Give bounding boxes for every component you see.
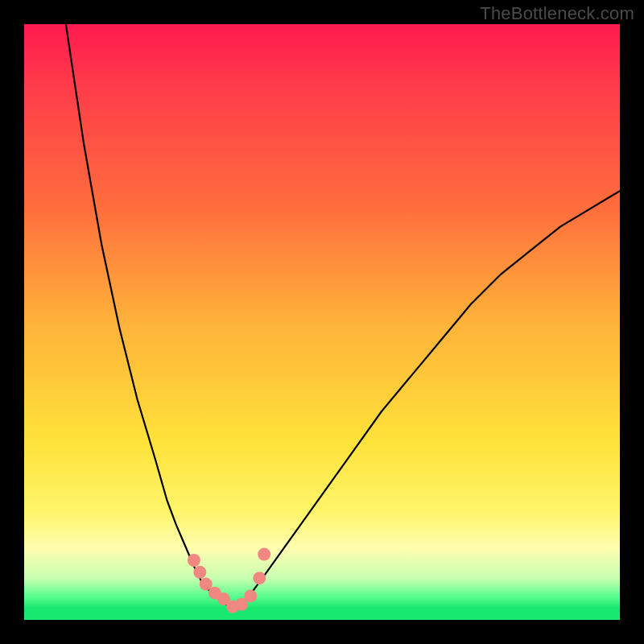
valley-marker-dot [193,566,206,579]
valley-marker-dot [244,589,257,602]
curve-right-branch [245,191,620,602]
curve-bottom-valley [221,599,245,607]
valley-marker-dot [208,587,221,600]
valley-marker-dot [188,554,200,567]
chart-overlay [24,24,620,620]
valley-markers [188,548,270,613]
valley-marker-dot [235,598,248,611]
watermark-text: TheBottleneck.com [480,3,634,24]
valley-marker-dot [258,548,270,561]
valley-marker-dot [217,592,230,605]
plot-area [24,24,620,620]
chart-frame: TheBottleneck.com [0,0,644,644]
valley-marker-dot [226,601,239,613]
curve-left-branch [66,24,221,599]
valley-marker-dot [200,578,213,591]
valley-marker-dot [253,572,266,584]
